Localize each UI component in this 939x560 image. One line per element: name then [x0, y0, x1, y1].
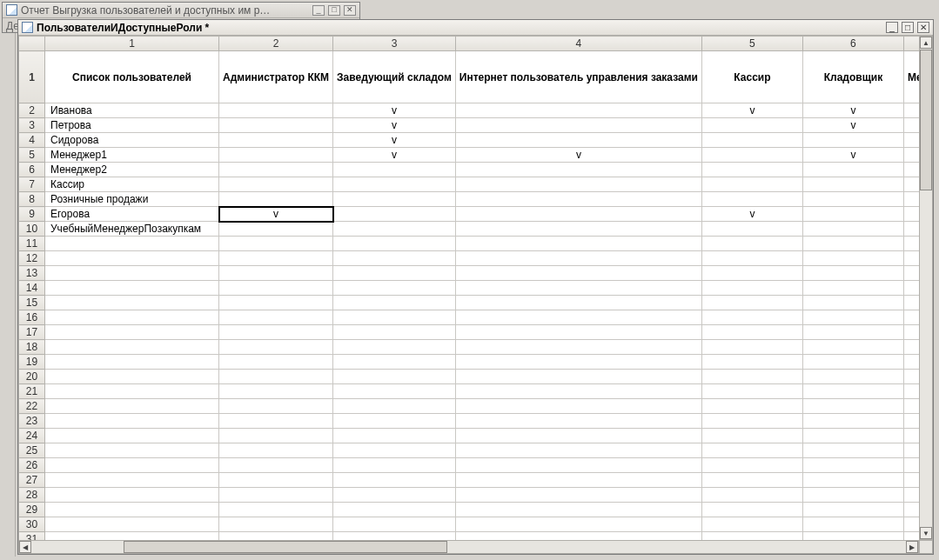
row-header[interactable]: 6 — [19, 163, 45, 177]
empty-cell[interactable] — [802, 296, 903, 310]
empty-cell[interactable] — [45, 325, 219, 340]
empty-cell[interactable] — [219, 266, 333, 281]
row-header[interactable]: 23 — [19, 414, 45, 429]
row-header[interactable]: 31 — [19, 532, 45, 541]
empty-cell[interactable] — [701, 429, 802, 443]
role-mark-cell[interactable] — [219, 103, 333, 118]
role-mark-cell[interactable]: v — [219, 207, 333, 222]
empty-cell[interactable] — [45, 281, 219, 296]
scroll-right-button[interactable]: ▶ — [906, 541, 918, 553]
empty-cell[interactable] — [455, 517, 701, 532]
table-header-col3[interactable]: Заведующий складом — [333, 51, 456, 103]
empty-cell[interactable] — [219, 340, 333, 355]
user-name-cell[interactable]: Розничные продажи — [45, 192, 219, 207]
table-header-col4[interactable]: Интернет пользователь управления заказам… — [455, 51, 701, 103]
empty-cell[interactable] — [333, 503, 456, 517]
role-mark-cell[interactable] — [802, 192, 903, 207]
row-header[interactable]: 8 — [19, 192, 45, 207]
empty-cell[interactable] — [219, 443, 333, 458]
empty-cell[interactable] — [455, 443, 701, 458]
empty-cell[interactable] — [903, 532, 919, 541]
user-name-cell[interactable]: УчебныйМенеджерПозакупкам — [45, 222, 219, 237]
row-header[interactable]: 21 — [19, 384, 45, 399]
empty-cell[interactable] — [45, 251, 219, 266]
role-mark-cell[interactable] — [701, 133, 802, 148]
empty-cell[interactable] — [455, 488, 701, 503]
empty-cell[interactable] — [903, 325, 919, 340]
user-name-cell[interactable]: Менеджер2 — [45, 163, 219, 177]
empty-cell[interactable] — [333, 266, 456, 281]
empty-cell[interactable] — [333, 473, 456, 488]
empty-cell[interactable] — [903, 355, 919, 370]
row-header[interactable]: 2 — [19, 103, 45, 118]
empty-cell[interactable] — [333, 443, 456, 458]
empty-cell[interactable] — [219, 384, 333, 399]
role-mark-cell[interactable]: v — [455, 148, 701, 163]
scroll-left-button[interactable]: ◀ — [19, 541, 31, 553]
empty-cell[interactable] — [903, 488, 919, 503]
empty-cell[interactable] — [701, 281, 802, 296]
maximize-button[interactable]: □ — [902, 22, 914, 33]
row-header[interactable]: 1 — [19, 51, 45, 103]
role-mark-cell[interactable]: v — [333, 133, 456, 148]
empty-cell[interactable] — [903, 266, 919, 281]
empty-cell[interactable] — [455, 473, 701, 488]
empty-cell[interactable] — [701, 251, 802, 266]
role-mark-cell[interactable] — [701, 192, 802, 207]
row-header[interactable]: 18 — [19, 340, 45, 355]
user-name-cell[interactable]: Петрова — [45, 118, 219, 133]
row-header[interactable]: 16 — [19, 310, 45, 325]
row-header[interactable]: 24 — [19, 429, 45, 443]
scroll-down-button[interactable]: ▼ — [920, 527, 932, 539]
empty-cell[interactable] — [333, 414, 456, 429]
empty-cell[interactable] — [802, 532, 903, 541]
empty-cell[interactable] — [333, 325, 456, 340]
empty-cell[interactable] — [903, 251, 919, 266]
role-mark-cell[interactable] — [802, 222, 903, 237]
role-mark-cell[interactable] — [802, 177, 903, 192]
role-mark-cell[interactable]: v — [903, 103, 919, 118]
close-button[interactable]: ✕ — [917, 22, 929, 33]
empty-cell[interactable] — [219, 237, 333, 251]
empty-cell[interactable] — [45, 443, 219, 458]
empty-cell[interactable] — [333, 458, 456, 473]
empty-cell[interactable] — [701, 325, 802, 340]
empty-cell[interactable] — [701, 355, 802, 370]
role-mark-cell[interactable] — [802, 207, 903, 222]
empty-cell[interactable] — [802, 473, 903, 488]
empty-cell[interactable] — [701, 340, 802, 355]
horizontal-scrollbar[interactable]: ◀ ▶ — [18, 540, 919, 554]
empty-cell[interactable] — [333, 532, 456, 541]
table-header-col5[interactable]: Кассир — [701, 51, 802, 103]
empty-cell[interactable] — [455, 340, 701, 355]
empty-cell[interactable] — [455, 296, 701, 310]
empty-cell[interactable] — [45, 532, 219, 541]
role-mark-cell[interactable]: v — [701, 207, 802, 222]
role-mark-cell[interactable] — [903, 163, 919, 177]
empty-cell[interactable] — [219, 399, 333, 414]
role-mark-cell[interactable] — [455, 163, 701, 177]
empty-cell[interactable] — [802, 355, 903, 370]
role-mark-cell[interactable] — [903, 177, 919, 192]
empty-cell[interactable] — [701, 532, 802, 541]
empty-cell[interactable] — [455, 414, 701, 429]
empty-cell[interactable] — [701, 266, 802, 281]
role-mark-cell[interactable] — [333, 192, 456, 207]
empty-cell[interactable] — [802, 503, 903, 517]
role-mark-cell[interactable]: v — [802, 103, 903, 118]
empty-cell[interactable] — [903, 281, 919, 296]
empty-cell[interactable] — [455, 281, 701, 296]
empty-cell[interactable] — [45, 414, 219, 429]
empty-cell[interactable] — [455, 458, 701, 473]
empty-cell[interactable] — [701, 296, 802, 310]
empty-cell[interactable] — [903, 517, 919, 532]
empty-cell[interactable] — [802, 251, 903, 266]
empty-cell[interactable] — [455, 310, 701, 325]
row-header[interactable]: 27 — [19, 473, 45, 488]
role-mark-cell[interactable] — [455, 133, 701, 148]
empty-cell[interactable] — [333, 488, 456, 503]
empty-cell[interactable] — [45, 503, 219, 517]
empty-cell[interactable] — [333, 370, 456, 384]
empty-cell[interactable] — [701, 414, 802, 429]
empty-cell[interactable] — [701, 488, 802, 503]
